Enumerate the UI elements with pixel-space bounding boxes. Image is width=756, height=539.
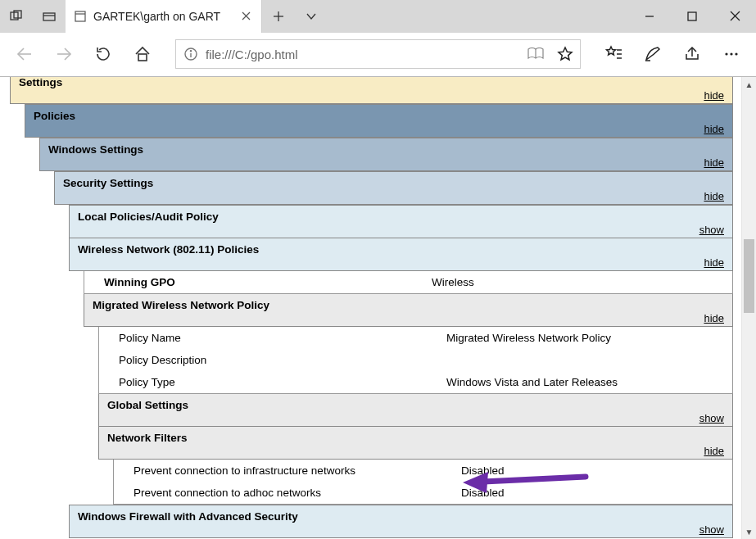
maximize-button[interactable] <box>671 0 713 33</box>
notes-icon[interactable] <box>635 36 671 72</box>
address-bar[interactable] <box>175 39 581 69</box>
refresh-button[interactable] <box>85 36 121 72</box>
toggle-hide[interactable]: hide <box>704 312 724 324</box>
reading-view-icon[interactable] <box>521 48 550 61</box>
back-button[interactable] <box>7 36 43 72</box>
show-tabs-icon[interactable] <box>33 0 66 33</box>
forward-button[interactable] <box>46 36 82 72</box>
row-policy-type: Policy Type Windows Vista and Later Rele… <box>98 371 733 394</box>
vertical-scrollbar[interactable]: ▲ ▼ <box>741 77 756 539</box>
row-policy-description: Policy Description <box>98 349 733 371</box>
section-security-settings[interactable]: Security Settings hide <box>54 171 733 205</box>
section-label: Windows Firewall with Advanced Security <box>78 510 298 523</box>
svg-marker-21 <box>559 48 572 60</box>
favorites-list-icon[interactable] <box>595 36 632 72</box>
row-filter-infrastructure: Prevent connection to infrastructure net… <box>113 460 733 482</box>
section-windows-firewall[interactable]: Windows Firewall with Advanced Security … <box>69 505 733 538</box>
toggle-hide[interactable]: hide <box>704 123 724 135</box>
svg-marker-22 <box>607 47 616 55</box>
svg-rect-2 <box>43 13 55 20</box>
toggle-show[interactable]: show <box>699 224 724 236</box>
toggle-show[interactable]: show <box>699 523 724 536</box>
more-menu-icon[interactable] <box>713 36 749 72</box>
svg-rect-4 <box>75 11 85 21</box>
section-label: Windows Settings <box>48 143 143 156</box>
row-label: Prevent connection to infrastructure net… <box>134 464 461 477</box>
row-value: Disabled <box>461 487 724 499</box>
toggle-hide[interactable]: hide <box>704 445 724 457</box>
tabs-aside-icon[interactable] <box>0 0 33 33</box>
svg-point-29 <box>730 53 732 56</box>
section-label: Global Settings <box>107 399 188 411</box>
section-network-filters[interactable]: Network Filters hide <box>98 427 733 460</box>
url-input[interactable] <box>206 48 521 61</box>
section-migrated-policy[interactable]: Migrated Wireless Network Policy hide <box>84 294 733 327</box>
row-filter-adhoc: Prevent connection to adhoc networks Dis… <box>113 482 733 505</box>
section-settings[interactable]: Settings hide <box>10 77 733 104</box>
browser-chrome: GARTEK\garth on GART <box>0 0 756 77</box>
section-wireless-policies[interactable]: Wireless Network (802.11) Policies hide <box>69 238 733 271</box>
svg-point-19 <box>190 51 191 52</box>
section-label: Settings <box>19 77 62 88</box>
toggle-show[interactable]: show <box>699 412 724 424</box>
minimize-button[interactable] <box>628 0 671 33</box>
row-label: Prevent connection to adhoc networks <box>134 487 461 499</box>
tab-chevron-down-icon[interactable] <box>295 0 328 33</box>
section-global-settings[interactable]: Global Settings show <box>98 394 733 427</box>
row-value: Migrated Wireless Network Policy <box>446 332 724 344</box>
gpo-report: Settings hide Policies hide Windows Sett… <box>0 77 741 539</box>
section-windows-settings[interactable]: Windows Settings hide <box>39 138 733 171</box>
tab-title: GARTEK\garth on GART <box>93 10 232 23</box>
scroll-up-icon[interactable]: ▲ <box>742 77 756 92</box>
section-label: Migrated Wireless Network Policy <box>93 299 269 311</box>
row-value: Windows Vista and Later Releases <box>446 376 724 388</box>
page-icon <box>74 10 87 23</box>
home-button[interactable] <box>124 36 161 72</box>
row-winning-gpo: Winning GPO Wireless <box>84 271 733 294</box>
scroll-track[interactable] <box>742 92 756 524</box>
share-icon[interactable] <box>674 36 710 72</box>
toolbar <box>0 33 756 76</box>
scroll-thumb[interactable] <box>744 239 754 313</box>
row-value <box>446 354 724 366</box>
window-controls <box>628 0 756 33</box>
toggle-hide[interactable]: hide <box>704 190 724 202</box>
section-local-policies[interactable]: Local Policies/Audit Policy show <box>69 205 733 238</box>
section-label: Network Filters <box>107 432 188 444</box>
section-label: Local Policies/Audit Policy <box>78 211 219 223</box>
page-viewport: Settings hide Policies hide Windows Sett… <box>0 77 756 539</box>
tab-bar: GARTEK\garth on GART <box>0 0 756 33</box>
svg-point-30 <box>735 53 737 56</box>
svg-point-28 <box>725 53 727 56</box>
section-label: Security Settings <box>63 177 153 189</box>
row-policy-name: Policy Name Migrated Wireless Network Po… <box>98 327 733 349</box>
row-label: Policy Type <box>119 376 446 388</box>
toggle-hide[interactable]: hide <box>704 89 724 102</box>
scroll-down-icon[interactable]: ▼ <box>742 524 756 539</box>
site-info-icon[interactable] <box>176 47 206 61</box>
row-label: Policy Name <box>119 332 446 344</box>
toggle-hide[interactable]: hide <box>704 256 724 269</box>
svg-rect-11 <box>688 12 696 20</box>
close-tab-icon[interactable] <box>238 11 253 20</box>
toggle-hide[interactable]: hide <box>704 156 724 169</box>
new-tab-button[interactable] <box>262 0 295 33</box>
row-label: Policy Description <box>119 354 446 366</box>
row-value: Wireless <box>432 276 724 288</box>
section-policies[interactable]: Policies hide <box>25 104 733 138</box>
row-value: Disabled <box>461 464 724 477</box>
section-label: Wireless Network (802.11) Policies <box>78 243 259 256</box>
favorite-star-icon[interactable] <box>550 46 580 62</box>
svg-rect-16 <box>138 54 147 61</box>
section-label: Policies <box>34 110 75 122</box>
close-window-button[interactable] <box>713 0 756 33</box>
browser-tab[interactable]: GARTEK\garth on GART <box>66 0 262 33</box>
row-label: Winning GPO <box>104 276 432 288</box>
